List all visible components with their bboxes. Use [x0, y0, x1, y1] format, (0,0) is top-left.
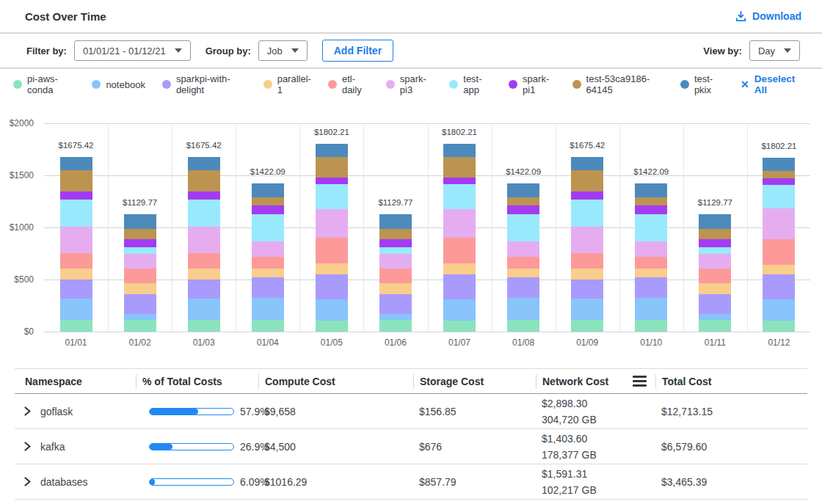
namespace-cell[interactable]: kafka — [15, 441, 136, 453]
legend-item-parallel-1[interactable]: parallel-1 — [263, 73, 311, 95]
column-header-network-cost[interactable]: Network Cost — [536, 374, 655, 389]
bar-segment-notebook[interactable] — [252, 298, 284, 320]
bar-segment-test-pkix[interactable] — [316, 144, 348, 157]
table-row-databases[interactable]: databases6.09%$1016.29$857.79$1,591.3110… — [15, 464, 807, 500]
bar-segment-test-app[interactable] — [124, 247, 156, 254]
bar-segment-test-app[interactable] — [507, 214, 539, 241]
bar-segment-sparkpi-with-delight[interactable] — [571, 280, 603, 298]
bar-segment-sparkpi-with-delight[interactable] — [252, 277, 284, 298]
expand-chevron-icon[interactable] — [23, 406, 32, 416]
bar-segment-test-53ca9186-64145[interactable] — [571, 170, 603, 191]
bar-segment-parallel-1[interactable] — [699, 283, 731, 294]
bar-segment-spark-pi1[interactable] — [507, 205, 539, 214]
bar-segment-spark-pi3[interactable] — [571, 227, 603, 254]
bar-segment-test-app[interactable] — [763, 185, 795, 208]
bar-segment-test-app[interactable] — [316, 184, 348, 209]
bar-segment-etl-daily[interactable] — [699, 269, 731, 283]
bar-segment-parallel-1[interactable] — [571, 269, 603, 280]
bar-segment-test-pkix[interactable] — [507, 183, 539, 197]
bar-segment-test-app[interactable] — [571, 200, 603, 227]
bar-segment-etl-daily[interactable] — [188, 253, 220, 269]
bar-segment-parallel-1[interactable] — [507, 269, 539, 277]
expand-chevron-icon[interactable] — [23, 442, 32, 451]
bar-segment-notebook[interactable] — [443, 299, 476, 321]
bar-segment-parallel-1[interactable] — [379, 283, 412, 294]
bar-segment-test-53ca9186-64145[interactable] — [379, 229, 412, 240]
bar-segment-etl-daily[interactable] — [507, 257, 539, 269]
bar-segment-test-pkix[interactable] — [379, 214, 412, 229]
column-header-percent-total[interactable]: % of Total Costs — [136, 374, 258, 389]
bar-segment-test-app[interactable] — [60, 200, 92, 227]
bar-segment-parallel-1[interactable] — [443, 263, 476, 274]
bar-segment-parallel-1[interactable] — [252, 269, 284, 277]
bar-segment-spark-pi1[interactable] — [571, 191, 603, 200]
bar-segment-spark-pi3[interactable] — [443, 209, 476, 238]
group-by-select[interactable]: Job — [258, 40, 308, 61]
bar-segment-sparkpi-with-delight[interactable] — [635, 277, 667, 298]
column-menu-icon[interactable] — [633, 376, 647, 387]
bar-segment-spark-pi3[interactable] — [124, 254, 156, 269]
bar-segment-parallel-1[interactable] — [635, 269, 667, 277]
table-row-kafka[interactable]: kafka26.9%$4,500$676$1,403.60178,377 GB$… — [15, 429, 807, 464]
legend-item-spark-pi3[interactable]: spark-pi3 — [386, 73, 432, 95]
bar-segment-sparkpi-with-delight[interactable] — [443, 274, 476, 299]
add-filter-button[interactable]: Add Filter — [322, 40, 393, 62]
bar-segment-etl-daily[interactable] — [316, 238, 348, 263]
bar-segment-parallel-1[interactable] — [60, 269, 92, 280]
bar-segment-parallel-1[interactable] — [124, 283, 156, 294]
bar-segment-etl-daily[interactable] — [763, 239, 795, 265]
legend-item-pi-aws-conda[interactable]: pi-aws-conda — [13, 73, 75, 95]
bar-segment-pi-aws-conda[interactable] — [763, 321, 795, 332]
bar-segment-spark-pi3[interactable] — [699, 254, 731, 269]
bar-segment-test-53ca9186-64145[interactable] — [699, 229, 731, 240]
bar-segment-test-app[interactable] — [188, 200, 220, 227]
bar-segment-test-53ca9186-64145[interactable] — [635, 197, 667, 205]
bar-segment-etl-daily[interactable] — [635, 257, 667, 269]
bar-segment-sparkpi-with-delight[interactable] — [699, 294, 731, 314]
bar-segment-etl-daily[interactable] — [571, 253, 603, 269]
bar-segment-spark-pi3[interactable] — [763, 208, 795, 239]
bar-segment-notebook[interactable] — [507, 298, 539, 320]
bar-segment-notebook[interactable] — [699, 314, 731, 319]
legend-item-test-app[interactable]: test-app — [449, 73, 492, 95]
bar-segment-notebook[interactable] — [60, 299, 92, 321]
bar-segment-spark-pi3[interactable] — [60, 227, 92, 254]
bar-segment-test-pkix[interactable] — [763, 158, 795, 171]
column-header-storage-cost[interactable]: Storage Cost — [413, 374, 536, 389]
bar-segment-parallel-1[interactable] — [763, 265, 795, 274]
bar-segment-spark-pi3[interactable] — [635, 241, 667, 257]
bar-segment-spark-pi1[interactable] — [252, 205, 284, 214]
bar-segment-spark-pi1[interactable] — [316, 178, 348, 184]
bar-segment-test-pkix[interactable] — [188, 157, 220, 170]
bar-segment-pi-aws-conda[interactable] — [507, 320, 539, 332]
bar-segment-spark-pi1[interactable] — [635, 205, 667, 214]
bar-segment-spark-pi1[interactable] — [188, 191, 220, 200]
bar-segment-notebook[interactable] — [379, 314, 412, 319]
legend-item-etl-daily[interactable]: etl-daily — [328, 73, 369, 95]
legend-item-notebook[interactable]: notebook — [92, 79, 145, 90]
bar-segment-test-pkix[interactable] — [571, 157, 603, 170]
bar-segment-test-pkix[interactable] — [124, 214, 156, 229]
bar-segment-test-53ca9186-64145[interactable] — [316, 157, 348, 178]
date-range-select[interactable]: 01/01/21 - 01/12/21 — [74, 40, 191, 61]
bar-segment-spark-pi1[interactable] — [124, 239, 156, 247]
bar-segment-notebook[interactable] — [316, 299, 348, 321]
download-button[interactable]: Download — [735, 10, 801, 23]
bar-segment-pi-aws-conda[interactable] — [124, 320, 156, 332]
bar-segment-spark-pi1[interactable] — [60, 191, 92, 200]
bar-segment-pi-aws-conda[interactable] — [443, 321, 476, 332]
bar-segment-notebook[interactable] — [635, 298, 667, 320]
bar-segment-test-app[interactable] — [252, 214, 284, 241]
bar-segment-test-app[interactable] — [699, 247, 731, 254]
bar-segment-pi-aws-conda[interactable] — [635, 320, 667, 332]
bar-segment-sparkpi-with-delight[interactable] — [124, 294, 156, 314]
bar-segment-notebook[interactable] — [571, 299, 603, 321]
bar-segment-etl-daily[interactable] — [252, 257, 284, 269]
bar-segment-test-app[interactable] — [443, 184, 476, 209]
bar-segment-sparkpi-with-delight[interactable] — [507, 277, 539, 298]
bar-segment-test-53ca9186-64145[interactable] — [763, 171, 795, 178]
bar-segment-sparkpi-with-delight[interactable] — [763, 274, 795, 299]
bar-segment-pi-aws-conda[interactable] — [379, 320, 412, 332]
column-header-namespace[interactable]: Namespace — [15, 374, 136, 389]
bar-segment-notebook[interactable] — [188, 299, 220, 321]
